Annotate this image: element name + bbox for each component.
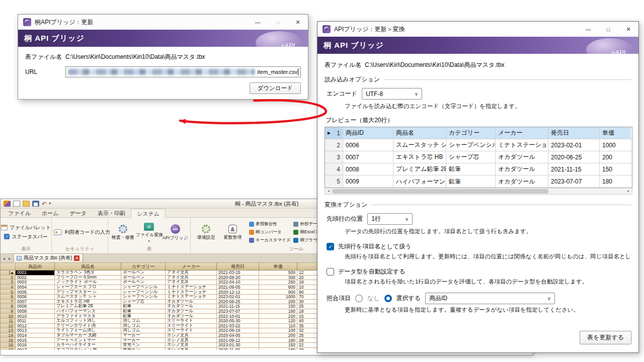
cell-maker[interactable]: ホシノ文具 [166,338,217,343]
ribbon-tab-view-print[interactable]: 表示・印刷 [92,209,131,217]
row-number-cell[interactable]: 16 [1,343,16,348]
cell-unit-price[interactable]: 250 [259,280,297,285]
cell-unit-price[interactable]: 200 [259,333,297,338]
cell-maker[interactable]: ホシノ文具 [166,348,217,350]
column-header-maker[interactable]: メーカー [166,263,217,270]
cell-category[interactable]: マーカー [121,333,166,338]
auto-type-checkbox[interactable] [327,268,334,276]
preview-cell-maker[interactable]: ミナトステーショナ... [496,139,548,151]
file-convert-button[interactable]: ⇄ ファイル変換 ▾ [136,221,163,243]
cell-maker[interactable]: スリーライト [166,328,217,333]
match-field-select[interactable]: 商品ID ∨ [425,293,555,304]
cell-release-date[interactable]: 2021-09-12 [217,338,259,343]
preview-cell-product-name[interactable]: エキストラ芯 HB [393,151,446,163]
row-number-cell[interactable]: 3 [1,280,16,285]
save-icon[interactable] [32,201,39,207]
cell-product-name[interactable]: クリーンホワイト消 [55,324,121,329]
preview-row[interactable]: 2 0006 スムースタッチ シ... シャープペンシル ミナトステーショナ..… [325,139,632,151]
column-header-unit-price[interactable]: 単価 [259,263,297,270]
maximize-button[interactable]: □ [268,15,288,30]
ribbon-tab-file[interactable]: ファイル [3,209,36,217]
preview-row[interactable]: 3 0007 エキストラ芯 HB シャープ芯 オカダツール 2020-06-25… [325,151,632,163]
preview-cell-category[interactable]: シャープ芯 [446,151,496,163]
preview-cell-release-date[interactable]: 発売日 [548,127,600,139]
row-number-cell[interactable]: 12 [1,324,16,329]
preview-cell-category[interactable]: 鉛筆 [446,163,496,175]
row-number-cell[interactable]: 11 [1,319,16,324]
cell-product-id[interactable]: 0003 [16,280,55,285]
preview-cell-unit-price[interactable]: 1000 [600,139,631,151]
row-number-cell[interactable]: 6 [1,295,16,300]
preview-cell-product-id[interactable]: 0006 [343,139,393,151]
preview-row-number[interactable]: 4 [325,163,343,175]
ribbon-small-item[interactable]: 参照整合性 [249,221,290,227]
preview-cell-unit-price[interactable]: 180 [600,175,631,188]
cell-category[interactable]: ボールペン [121,276,166,281]
cell-product-name[interactable]: アートペイントマー [55,338,121,343]
cell-unit-price[interactable]: 500 [259,270,297,276]
cell-category[interactable]: ボールペン [121,280,166,285]
cell-product-name[interactable]: エキストラ芯 HB [55,300,121,305]
cell-maker[interactable]: ミナトステーショナ [166,285,217,290]
cell-release-date[interactable]: 2022-10-01 [217,314,259,319]
preview-cell-category[interactable]: 鉛筆 [446,175,496,188]
preview-row[interactable]: ▶1 商品ID 商品名 カテゴリー メーカー 発売日 単価 [325,127,632,139]
cell-category[interactable]: 鉛筆 [121,314,166,319]
new-file-icon[interactable] [13,201,20,207]
cell-product-id[interactable]: 0012 [16,324,55,329]
preview-cell-unit-price[interactable]: 単価 [600,127,631,139]
ribbon-small-item[interactable]: キーカスタマイズ [249,237,290,243]
row-number-cell[interactable]: 1▶ [1,270,16,276]
cell-category[interactable]: ボールペン [121,270,166,276]
cell-category[interactable]: 蛍光ペン [121,343,166,348]
cell-unit-price[interactable]: 150 [259,304,297,309]
cell-category[interactable]: シャープペンシル [121,290,166,295]
cell-maker[interactable]: ホシノ文具 [166,343,217,348]
file-palette-toggle[interactable]: ファイルパレット [1,224,51,231]
cell-product-id[interactable]: 0010 [16,314,55,319]
cell-product-name[interactable]: グラファイトマスタ [55,314,121,319]
cell-product-id[interactable]: 0016 [16,343,55,348]
ribbon-small-item[interactable]: 桐コンバータ [249,229,290,235]
cell-product-id[interactable]: 0006 [16,295,55,300]
cell-unit-price[interactable]: 100 [259,328,297,333]
cell-product-name[interactable]: カラーハイライター [55,343,121,348]
scrollbar-thumb[interactable] [332,189,548,194]
api-bridge-button[interactable]: API APIブリッジ [163,223,188,241]
ribbon-tab-system[interactable]: システム [131,209,166,218]
cell-maker[interactable]: オカダツール [166,309,217,314]
ribbon-tab-home[interactable]: ホーム [36,209,64,217]
cell-maker[interactable]: アオイ文具 [166,270,217,276]
cell-maker[interactable]: スリーライト [166,324,217,329]
preview-row[interactable]: 5 0009 ハイパフォーマン... 鉛筆 オカダツール 2023-07-07 … [325,175,632,188]
preview-cell-product-name[interactable]: スムースタッチ シ... [393,139,446,151]
cell-maker[interactable]: アオイ文具 [166,276,217,281]
cell-release-date[interactable]: 2022-04-10 [217,280,259,285]
cell-release-date[interactable]: 2023-02-01 [217,295,259,300]
minimize-button[interactable]: — [248,15,268,30]
close-button[interactable]: ✕ [618,22,638,37]
row-number-cell[interactable]: 2 [1,276,16,281]
row-number-cell[interactable]: 8 [1,304,16,309]
cell-maker[interactable]: スリーライト [166,319,217,324]
cell-release-date[interactable]: 2021-03-15 [217,270,259,276]
cell-unit-price[interactable]: 180 [259,348,297,350]
cell-category[interactable]: 消しゴム [121,324,166,329]
cell-product-id[interactable]: 0001 [16,270,55,276]
cell-unit-price[interactable]: 180 [259,309,297,314]
cell-category[interactable]: シャープペンシル [121,295,166,300]
scroll-right-icon[interactable]: ▸ [625,189,632,193]
cell-unit-price[interactable]: 300 [259,276,297,281]
cell-unit-price[interactable]: 180 [259,338,297,343]
next-table-icon[interactable]: ▸ [8,256,12,262]
column-header-product-name[interactable]: 商品名 [55,263,121,270]
preview-cell-release-date[interactable]: 2023-02-01 [548,139,600,151]
cell-product-name[interactable]: フリーフロー 0.5mm [55,276,121,281]
cell-maker[interactable]: オカダツール [166,300,217,305]
close-button[interactable]: ✕ [288,15,308,30]
cell-unit-price[interactable]: 200 [259,300,297,305]
preview-cell-product-name[interactable]: 商品名 [393,127,446,139]
cell-product-id[interactable]: 0008 [16,304,55,309]
close-table-icon[interactable]: ✕ [74,255,79,261]
cell-product-name[interactable]: ダブルマーカー 太細 [55,333,121,338]
